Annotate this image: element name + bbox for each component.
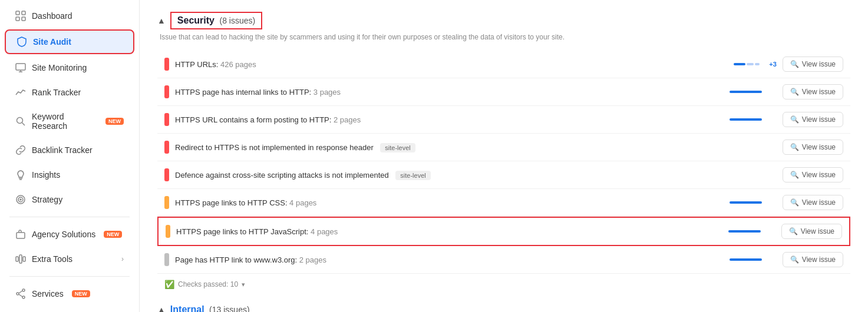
sidebar-item-label: Extra Tools <box>32 254 72 264</box>
sidebar-divider-2 <box>9 276 130 277</box>
search-icon: 🔍 <box>790 143 799 151</box>
issue-row-8: Page has HTTP link to www.w3.org: 2 page… <box>157 246 850 274</box>
severity-dot <box>164 58 169 71</box>
sidebar-item-label: Site Audit <box>33 37 71 47</box>
bar-chart <box>730 118 777 121</box>
target-icon <box>15 194 26 205</box>
svg-point-5 <box>17 118 23 124</box>
new-badge: NEW <box>104 231 122 238</box>
briefcase-icon <box>15 229 26 240</box>
view-issue-button-8[interactable]: 🔍 View issue <box>783 252 843 267</box>
severity-dot <box>164 141 169 154</box>
issue-row-2: HTTPS page has internal links to HTTP: 3… <box>157 78 850 106</box>
bar-chart <box>730 91 777 93</box>
svg-rect-15 <box>23 257 25 261</box>
sidebar-item-insights[interactable]: Insights <box>5 164 134 186</box>
svg-rect-1 <box>22 11 25 15</box>
svg-point-16 <box>22 289 25 291</box>
collapse-toggle[interactable]: ▲ <box>157 16 166 25</box>
severity-dot <box>164 253 169 266</box>
check-circle-icon: ✅ <box>164 280 174 289</box>
sidebar-item-label: Services <box>32 289 64 298</box>
svg-line-6 <box>22 123 25 126</box>
search-icon: 🔍 <box>790 255 799 264</box>
issue-text: Defence against cross-site scripting att… <box>175 171 777 180</box>
severity-dot <box>166 225 170 238</box>
issue-text: HTTPS URL contains a form posting to HTT… <box>175 115 724 124</box>
sidebar-divider-1 <box>9 217 130 217</box>
svg-point-18 <box>16 293 19 295</box>
search-icon: 🔍 <box>790 171 799 179</box>
svg-rect-4 <box>16 64 25 70</box>
view-issue-button-6[interactable]: 🔍 View issue <box>783 195 843 210</box>
share-icon <box>15 288 26 299</box>
svg-line-19 <box>19 291 22 293</box>
security-title: Security (8 issues) <box>170 12 262 29</box>
issue-text: Redirect to HTTPS is not implemented in … <box>175 143 777 152</box>
bar-chart <box>730 258 777 261</box>
sidebar-item-label: Backlink Tracker <box>32 145 93 155</box>
bar-chart <box>728 230 775 233</box>
internal-section-header: ▲ Internal (13 issues) <box>157 304 850 312</box>
issue-row-6: HTTPS page links to HTTP CSS: 4 pages 🔍 … <box>157 189 850 217</box>
issue-text: HTTPS page has internal links to HTTP: 3… <box>175 88 724 97</box>
sidebar-item-label: Rank Tracker <box>32 88 81 97</box>
sidebar-item-backlink-tracker[interactable]: Backlink Tracker <box>5 139 134 161</box>
sidebar-item-rank-tracker[interactable]: Rank Tracker <box>5 81 134 104</box>
sidebar-item-keyword-research[interactable]: Keyword Research NEW <box>5 106 134 137</box>
checks-passed[interactable]: ✅ Checks passed: 10 ▾ <box>157 274 850 295</box>
view-issue-button-1[interactable]: 🔍 View issue <box>783 57 843 72</box>
sidebar-item-label: Dashboard <box>32 11 72 21</box>
sidebar-item-services[interactable]: Services NEW <box>5 283 134 305</box>
issue-text: HTTPS page links to HTTP JavaScript: 4 p… <box>176 227 722 236</box>
sidebar-item-site-audit[interactable]: Site Audit <box>5 29 134 54</box>
sidebar-item-extra-tools[interactable]: Extra Tools › <box>5 248 134 270</box>
view-issue-button-3[interactable]: 🔍 View issue <box>783 112 843 127</box>
sidebar-item-dashboard[interactable]: Dashboard <box>5 5 134 27</box>
sidebar-item-site-monitoring[interactable]: Site Monitoring <box>5 57 134 79</box>
grid-icon <box>15 11 26 21</box>
site-level-tag: site-level <box>380 143 415 152</box>
internal-title: Internal (13 issues) <box>170 304 250 312</box>
view-issue-button-2[interactable]: 🔍 View issue <box>783 84 843 99</box>
monitor-icon <box>15 62 26 73</box>
svg-rect-14 <box>19 255 22 263</box>
svg-rect-12 <box>16 233 25 238</box>
search-icon <box>15 116 26 127</box>
severity-dot <box>164 113 169 126</box>
issue-row-5: Defence against cross-site scripting att… <box>157 161 850 189</box>
sidebar-item-label: Insights <box>32 170 60 180</box>
internal-issue-count: (13 issues) <box>209 305 250 312</box>
svg-rect-0 <box>16 11 19 15</box>
security-section-header: ▲ Security (8 issues) <box>157 12 850 29</box>
search-icon: 🔍 <box>790 88 799 96</box>
sidebar-item-label: Agency Solutions <box>32 230 95 239</box>
svg-point-17 <box>22 296 25 298</box>
shield-icon <box>16 36 27 47</box>
severity-dot <box>164 168 169 181</box>
collapse-toggle-internal[interactable]: ▲ <box>157 305 166 312</box>
bar-chart <box>734 58 763 70</box>
issue-count: (8 issues) <box>219 16 255 25</box>
lightbulb-icon <box>15 170 26 180</box>
view-issue-button-5[interactable]: 🔍 View issue <box>783 167 843 182</box>
issue-row-1: HTTP URLs: 426 pages +3 🔍 View issue <box>157 51 850 78</box>
view-issue-button-4[interactable]: 🔍 View issue <box>783 140 843 155</box>
plus-badge: +3 <box>769 61 777 68</box>
svg-line-20 <box>19 294 22 297</box>
link-icon <box>15 145 26 155</box>
site-level-tag: site-level <box>395 171 430 180</box>
tools-icon <box>15 254 26 264</box>
issue-row-4: Redirect to HTTPS is not implemented in … <box>157 134 850 161</box>
issue-text: HTTPS page links to HTTP CSS: 4 pages <box>175 198 724 207</box>
new-badge: NEW <box>105 118 124 125</box>
sidebar-item-agency-solutions[interactable]: Agency Solutions NEW <box>5 223 134 245</box>
svg-point-11 <box>20 199 21 200</box>
sidebar-item-strategy[interactable]: Strategy <box>5 188 134 211</box>
security-description: Issue that can lead to hacking the site … <box>157 33 850 41</box>
svg-rect-3 <box>22 17 25 21</box>
view-issue-button-7[interactable]: 🔍 View issue <box>781 224 842 239</box>
issue-text: HTTP URLs: 426 pages <box>175 60 728 69</box>
svg-rect-13 <box>16 257 18 261</box>
sidebar-item-label: Keyword Research <box>32 112 97 131</box>
